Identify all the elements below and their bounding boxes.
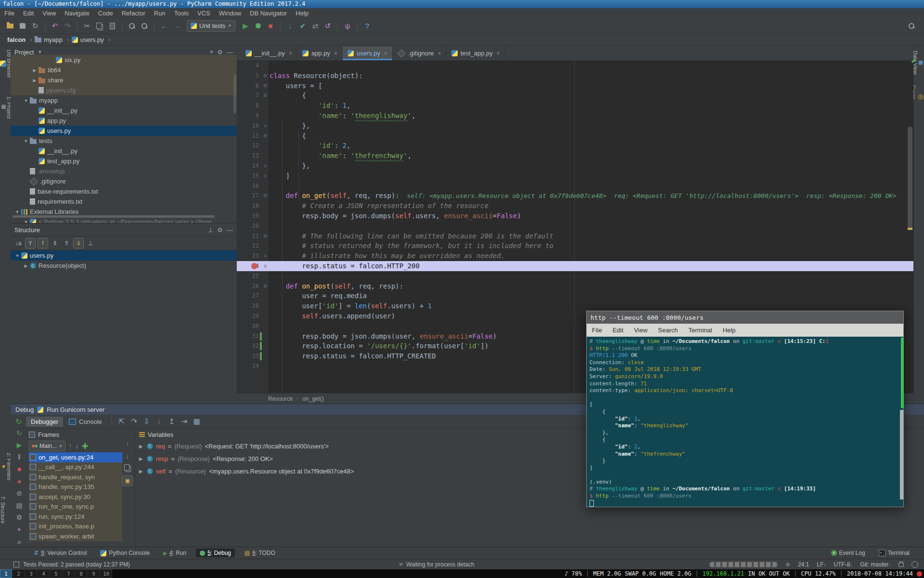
fold-marker-icon[interactable]: ⊟ xyxy=(261,131,270,141)
menu-run[interactable]: Run xyxy=(150,8,170,18)
frame-handle[interactable]: handle, sync.py:135 xyxy=(29,482,122,492)
pin-icon[interactable]: ⌖ xyxy=(17,525,21,534)
close-tab-icon[interactable]: × xyxy=(289,50,292,57)
toolwindow-event-log[interactable]: +Event Log xyxy=(827,549,869,557)
breadcrumb-class[interactable]: Resource xyxy=(268,395,293,402)
tree-item-pyvenv.cfg[interactable]: pyvenv.cfg xyxy=(11,85,237,95)
update-project-icon[interactable]: ↓ xyxy=(284,20,296,32)
code-line-15[interactable]: 15⌂ ] xyxy=(237,171,913,181)
close-tab-icon[interactable]: × xyxy=(438,50,441,57)
diff-icon[interactable]: ⇄ xyxy=(309,20,321,32)
chevron-right-icon[interactable]: ▶ xyxy=(23,263,29,268)
workspace-8[interactable]: 8 xyxy=(75,569,87,578)
hector-inspector-icon[interactable] xyxy=(911,561,918,568)
stripe-project[interactable]: ▦1: Project xyxy=(0,96,11,118)
expand-arrow-icon[interactable]: ▶ xyxy=(139,444,144,449)
tree-item-lib64[interactable]: ▶lib64 xyxy=(11,65,237,75)
code-line-14[interactable]: 14⌂ }, xyxy=(237,161,913,171)
workspace-5[interactable]: 5 xyxy=(50,569,62,578)
editor-tab-test_app.py[interactable]: test_app.py× xyxy=(447,46,505,60)
terminal-titlebar[interactable]: http --timeout 600 :8000/users xyxy=(587,311,903,324)
rerun-icon[interactable]: ↻ xyxy=(16,429,22,437)
code-line-24[interactable]: 24⌂ resp.status = falcon.HTTP_200 xyxy=(237,261,913,271)
code-line-23[interactable]: 23⌂ # illustrate how this may be overrid… xyxy=(237,251,913,261)
fold-end-icon[interactable]: ⌂ xyxy=(261,261,270,271)
code-line-11[interactable]: 11⊟ { xyxy=(237,131,913,141)
chevron-right-icon[interactable]: ▶ xyxy=(32,68,38,73)
menu-vcs[interactable]: VCS xyxy=(193,8,215,18)
collapse-all-icon[interactable]: ⇑ xyxy=(62,238,71,248)
restore-layout-icon[interactable]: ▤ xyxy=(16,501,22,509)
tree-item-.envsetup[interactable]: .envsetup xyxy=(11,166,237,176)
more-icon[interactable]: » xyxy=(17,538,21,546)
git-branch-widget[interactable]: Git: master↕ xyxy=(860,561,891,568)
settings-icon[interactable]: ⚙ xyxy=(16,513,23,521)
chevron-down-icon[interactable]: ▼ xyxy=(23,98,29,103)
stop-icon[interactable]: ■ xyxy=(17,465,21,473)
tree-item-share[interactable]: ▶share xyxy=(11,75,237,85)
terminal-menu-help[interactable]: Help xyxy=(718,327,741,334)
code-line-7[interactable]: 7⊟ { xyxy=(237,91,913,101)
terminal-output[interactable]: # theenglishway @ time in ~/Documents/fa… xyxy=(587,337,903,507)
editor-scrollbar[interactable] xyxy=(908,127,912,230)
project-horizontal-scrollbar[interactable] xyxy=(13,215,215,218)
lock-icon[interactable] xyxy=(898,563,904,567)
gear-icon[interactable]: ⚙ xyxy=(217,49,223,56)
navigate-back-icon[interactable]: ← xyxy=(158,20,170,32)
copy-icon[interactable] xyxy=(94,20,105,32)
code-line-17[interactable]: 17⊟ def on_get(self, req, resp): self: <… xyxy=(237,191,913,201)
run-to-cursor-icon[interactable]: ⇥ xyxy=(179,417,190,426)
view-breakpoints-icon[interactable]: ● xyxy=(17,477,21,485)
tree-item-Resourceobject[interactable]: ▶CResource(object) xyxy=(11,261,237,271)
tree-item-users.py[interactable]: users.py xyxy=(11,126,237,136)
tree-item-test_app.py[interactable]: test_app.py xyxy=(11,156,237,166)
breadcrumb-item-myapp[interactable]: myapp xyxy=(35,36,63,43)
inspections-ok-icon[interactable]: ✔ xyxy=(911,57,916,65)
show-inherited-icon[interactable]: Y xyxy=(25,238,36,249)
chevron-right-icon[interactable]: ▶ xyxy=(32,78,38,83)
toolwindow-6-todo[interactable]: ▤6: TODO xyxy=(241,549,279,557)
frame-init_process[interactable]: init_process, base.p xyxy=(29,522,122,532)
encoding-widget[interactable]: UTF-8↕ xyxy=(834,561,852,568)
tree-item-six.py[interactable]: six.py xyxy=(11,55,237,65)
frame-up-icon[interactable]: ↑ xyxy=(68,442,72,450)
frame-on_get[interactable]: on_get, users.py:24 xyxy=(29,452,122,462)
menu-help[interactable]: Help xyxy=(291,8,313,18)
show-execution-point-icon[interactable]: ⇱ xyxy=(116,417,128,426)
terminal-scrollbar-thumb[interactable] xyxy=(900,410,903,499)
menu-refactor[interactable]: Refactor xyxy=(117,8,150,18)
menu-code[interactable]: Code xyxy=(94,8,117,18)
toolwindow-9-version-control[interactable]: ⇵9: Version Control xyxy=(30,549,90,557)
expand-arrow-icon[interactable]: ▶ xyxy=(139,456,144,461)
breakpoint-icon[interactable] xyxy=(251,263,257,269)
debug-tab-debugger[interactable]: Debugger xyxy=(26,417,63,427)
menu-db-navigator[interactable]: DB Navigator xyxy=(245,8,291,18)
stop-icon[interactable]: ■ xyxy=(265,20,276,32)
editor-tab-app.py[interactable]: app.py× xyxy=(297,46,343,60)
code-line-27[interactable]: 27 user = req.media xyxy=(237,291,913,301)
code-line-19[interactable]: 19 resp.body = json.dumps(self.users, en… xyxy=(237,211,913,221)
code-line-9[interactable]: 9 'name': 'theenglishway', xyxy=(237,111,913,121)
workspace-4[interactable]: 4 xyxy=(38,569,50,578)
add-watch-icon[interactable]: ✚ xyxy=(82,442,88,451)
tests-status[interactable]: Tests Passed: 2 passed (today 12:37 PM) xyxy=(13,559,130,570)
toolwindow-5-debug[interactable]: 5: Debug xyxy=(196,549,235,557)
step-into-my-code-icon[interactable]: ⇣ xyxy=(154,417,165,426)
step-out-icon[interactable]: ↥ xyxy=(166,417,178,426)
editor-tab-.gitignore[interactable]: .gitignore× xyxy=(393,46,447,60)
hide-panel-icon[interactable]: ― xyxy=(227,226,233,234)
line-ending-widget[interactable]: LF↕ xyxy=(817,561,826,568)
rerun-icon[interactable]: ↻ xyxy=(13,417,25,426)
project-vertical-scrollbar[interactable] xyxy=(233,75,236,113)
toolwindow-terminal[interactable]: >_Terminal xyxy=(875,549,913,557)
paste-icon[interactable] xyxy=(106,20,118,32)
terminal-menu-view[interactable]: View xyxy=(629,327,653,334)
workspace-3[interactable]: 3 xyxy=(25,569,37,578)
frame-run_for_one[interactable]: run_for_one, sync.p xyxy=(29,502,122,512)
thread-selector[interactable]: Main... ▼ xyxy=(29,441,65,451)
expand-arrow-icon[interactable]: ▶ xyxy=(139,469,144,474)
copy-frames-icon[interactable] xyxy=(124,464,129,471)
expand-all-icon[interactable]: ⇕ xyxy=(50,238,60,248)
step-over-icon[interactable]: ↷ xyxy=(128,417,140,426)
code-line-12[interactable]: 12 'id': 2, xyxy=(237,141,913,151)
